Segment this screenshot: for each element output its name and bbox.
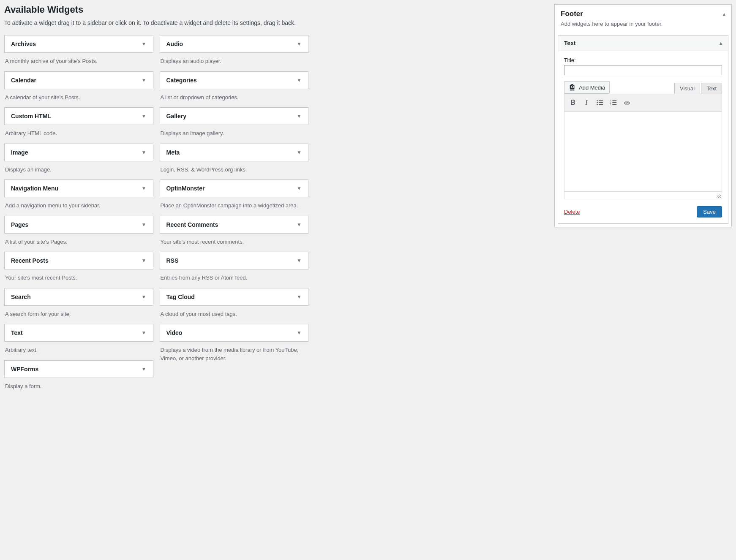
svg-rect-3 [599,102,603,103]
numbered-list-icon[interactable]: 123 [608,97,619,109]
link-icon[interactable] [621,97,633,109]
chevron-down-icon[interactable]: ▼ [142,222,147,228]
widget-desc: A search form for your site. [4,306,153,320]
chevron-down-icon[interactable]: ▼ [142,258,147,264]
chevron-down-icon[interactable]: ▼ [142,150,147,155]
footer-title: Footer [561,10,583,18]
chevron-down-icon[interactable]: ▼ [142,366,147,372]
widget-item[interactable]: Custom HTML▼ [4,107,153,125]
chevron-down-icon[interactable]: ▼ [297,294,302,300]
editor-textarea[interactable] [564,111,722,192]
widget-desc: A monthly archive of your site's Posts. [4,53,153,67]
widget-desc: Your site's most recent comments. [160,234,309,248]
tab-text[interactable]: Text [701,83,722,94]
chevron-down-icon[interactable]: ▼ [297,41,302,47]
widget-title: Gallery [166,113,186,120]
save-button[interactable]: Save [697,206,722,217]
widget-desc: A cloud of your most used tags. [160,306,309,320]
widget-title: Image [11,149,28,156]
chevron-down-icon[interactable]: ▼ [142,330,147,336]
editor-statusbar [564,192,722,199]
widget-desc: Displays an image. [4,161,153,176]
widget-title: Recent Comments [166,221,218,228]
widget-title: Recent Posts [11,257,49,264]
resize-handle-icon[interactable] [717,194,721,198]
widget-item[interactable]: Gallery▼ [160,107,309,125]
chevron-down-icon[interactable]: ▼ [297,150,302,155]
widget-title: Archives [11,41,36,47]
widget-desc: Displays an image gallery. [160,125,309,139]
widget-title: Tag Cloud [166,294,195,300]
widget-desc: Login, RSS, & WordPress.org links. [160,161,309,176]
chevron-down-icon[interactable]: ▼ [297,258,302,264]
title-label: Title: [564,57,722,63]
widget-desc: Displays a video from the media library … [160,342,309,364]
widget-item[interactable]: Archives▼ [4,35,153,53]
bullet-list-icon[interactable] [594,97,606,109]
widget-title: OptinMonster [166,185,205,192]
widget-item[interactable]: Text▼ [4,324,153,342]
delete-link[interactable]: Delete [564,209,580,215]
widget-item[interactable]: Tag Cloud▼ [160,288,309,306]
svg-rect-9 [612,102,616,103]
chevron-down-icon[interactable]: ▼ [142,113,147,119]
chevron-down-icon[interactable]: ▼ [142,185,147,191]
widget-desc: Arbitrary HTML code. [4,125,153,139]
widget-title: WPForms [11,366,38,372]
chevron-down-icon[interactable]: ▼ [297,185,302,191]
collapse-icon[interactable]: ▴ [720,40,722,46]
widget-item[interactable]: Calendar▼ [4,71,153,89]
widget-item[interactable]: WPForms▼ [4,360,153,378]
add-media-label: Add Media [579,84,605,91]
add-media-button[interactable]: Add Media [564,81,610,94]
chevron-down-icon[interactable]: ▼ [297,222,302,228]
widget-item[interactable]: Meta▼ [160,144,309,161]
widget-desc: Place an OptinMonster campaign into a wi… [160,197,309,212]
chevron-down-icon[interactable]: ▼ [142,294,147,300]
chevron-down-icon[interactable]: ▼ [297,330,302,336]
widget-title: Video [166,329,183,336]
widget-item[interactable]: Recent Comments▼ [160,216,309,234]
widget-item[interactable]: OptinMonster▼ [160,179,309,197]
svg-point-4 [597,104,598,105]
widget-item[interactable]: Image▼ [4,144,153,161]
media-icon [569,84,576,91]
available-widgets-heading: Available Widgets [4,4,308,15]
widget-item[interactable]: RSS▼ [160,252,309,269]
widget-item[interactable]: Audio▼ [160,35,309,53]
widget-desc: Your site's most recent Posts. [4,269,153,284]
title-input[interactable] [564,65,722,75]
available-widgets-desc: To activate a widget drag it to a sideba… [4,19,308,27]
svg-text:3: 3 [610,103,611,106]
widget-desc: A calendar of your site's Posts. [4,89,153,103]
widget-title: Search [11,294,31,300]
widget-desc: Arbitrary text. [4,342,153,356]
collapse-icon[interactable]: ▴ [723,11,725,17]
placed-widget-name: Text [564,40,576,46]
widget-item[interactable]: Categories▼ [160,71,309,89]
italic-icon[interactable]: I [581,97,592,109]
widget-item[interactable]: Navigation Menu▼ [4,179,153,197]
widget-item[interactable]: Search▼ [4,288,153,306]
placed-widget-header[interactable]: Text ▴ [558,35,728,51]
widget-desc: Display a form. [4,378,153,392]
widget-item[interactable]: Pages▼ [4,216,153,234]
footer-desc: Add widgets here to appear in your foote… [555,21,731,32]
widget-title: Pages [11,221,28,228]
widget-desc: Add a navigation menu to your sidebar. [4,197,153,212]
editor-toolbar: B I 123 [564,94,722,111]
tab-visual[interactable]: Visual [674,83,700,94]
bold-icon[interactable]: B [567,97,579,109]
svg-point-0 [597,100,598,101]
widget-desc: A list or dropdown of categories. [160,89,309,103]
chevron-down-icon[interactable]: ▼ [142,77,147,83]
widget-desc: Displays an audio player. [160,53,309,67]
widget-title: Navigation Menu [11,185,58,192]
svg-rect-1 [599,101,603,101]
chevron-down-icon[interactable]: ▼ [142,41,147,47]
chevron-down-icon[interactable]: ▼ [297,113,302,119]
placed-widget-text: Text ▴ Title: Add Media Visual [558,35,728,224]
widget-item[interactable]: Video▼ [160,324,309,342]
widget-item[interactable]: Recent Posts▼ [4,252,153,269]
chevron-down-icon[interactable]: ▼ [297,77,302,83]
